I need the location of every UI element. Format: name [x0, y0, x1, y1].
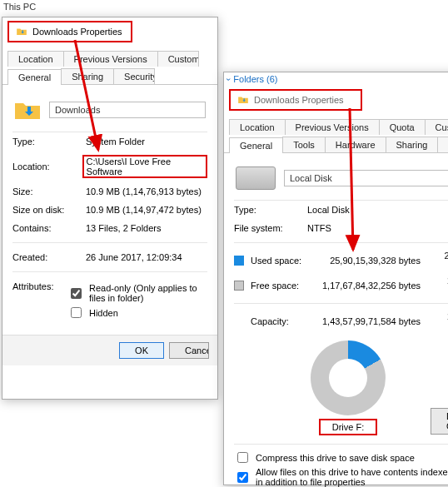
cancel-button[interactable]: Cancel [169, 342, 209, 359]
button-row-back: OK Cancel [2, 335, 217, 365]
download-folder-icon [237, 94, 249, 106]
label-location: Location: [12, 162, 82, 171]
disk-icon [236, 166, 276, 190]
checkbox-readonly-label: Read-only (Only applies to files in fold… [89, 283, 207, 303]
tab-previous-versions[interactable]: Previous Versions [285, 119, 380, 135]
tab-panel-general-front: Type:Local Disk File system:NTFS Used sp… [224, 153, 448, 487]
label-size: Size: [12, 186, 86, 196]
value-free-gb: 109 GB [427, 276, 448, 296]
tab-previous-versions[interactable]: Previous Versions [63, 51, 158, 67]
value-capacity-bytes: 1,43,57,99,71,584 bytes [317, 316, 421, 326]
downloads-properties-dialog-back: Downloads Properties Location Previous V… [2, 17, 218, 400]
label-size-on-disk: Size on disk: [12, 205, 86, 215]
value-type: Local Disk [307, 205, 350, 215]
checkbox-compress-label: Compress this drive to save disk space [256, 453, 415, 463]
value-created: 26 June 2017, 12:09:34 [86, 252, 182, 262]
ok-button[interactable]: OK [119, 342, 164, 359]
tab-security[interactable]: Security [437, 137, 448, 152]
value-size: 10.9 MB (1,14,76,913 bytes) [86, 186, 202, 196]
download-folder-icon [16, 26, 27, 37]
tab-location[interactable]: Location [7, 51, 64, 67]
tab-customize[interactable]: Customize [157, 51, 199, 67]
label-capacity: Capacity: [251, 316, 311, 326]
tab-security[interactable]: Security [113, 68, 155, 84]
tab-location[interactable]: Location [229, 119, 286, 135]
used-swatch-icon [234, 256, 244, 266]
folder-name-field[interactable]: Downloads [49, 102, 206, 118]
value-filesystem: NTFS [307, 223, 331, 233]
label-filesystem: File system: [234, 223, 307, 233]
tabs-front: Location Previous Versions Quota Customi… [224, 114, 448, 153]
chevron-down-icon: › [224, 77, 233, 80]
breadcrumb: This PC [3, 2, 36, 12]
volume-name-field[interactable] [284, 170, 448, 186]
value-location: C:\Users\I Love Free Software [82, 155, 207, 178]
checkbox-compress[interactable]: Compress this drive to save disk space [234, 450, 448, 465]
tab-hardware[interactable]: Hardware [325, 137, 386, 152]
free-space-row: Free space: 1,17,67,84,32,256 bytes 109 … [234, 273, 448, 298]
used-space-row: Used space: 25,90,15,39,328 bytes 24.1 G… [234, 248, 448, 273]
value-capacity-gb: 133 GB [427, 311, 448, 331]
checkbox-index-label: Allow files on this drive to have conten… [256, 467, 448, 487]
folder-download-icon [14, 98, 41, 122]
folders-header-text: Folders (6) [233, 74, 277, 84]
label-contains: Contains: [12, 223, 86, 233]
tab-customize[interactable]: Customize [425, 119, 448, 135]
label-type: Type: [12, 137, 86, 147]
disk-cleanup-button[interactable]: Disk Cleanup [431, 408, 448, 435]
drive-label: Drive F: [319, 419, 378, 435]
titlebar-text-front: Downloads Properties [254, 95, 344, 105]
tab-tools[interactable]: Tools [282, 137, 326, 152]
free-swatch-icon [234, 281, 244, 291]
checkbox-hidden-label: Hidden [89, 308, 118, 318]
titlebar-back: Downloads Properties [7, 21, 132, 42]
tab-general[interactable]: General [7, 69, 62, 85]
label-type: Type: [234, 205, 307, 215]
tab-sharing[interactable]: Sharing [386, 137, 439, 152]
value-contains: 13 Files, 2 Folders [86, 223, 161, 233]
value-size-on-disk: 10.9 MB (1,14,97,472 bytes) [86, 205, 202, 215]
checkbox-hidden[interactable]: Hidden [67, 305, 207, 321]
value-used-gb: 24.1 GB [427, 251, 448, 271]
titlebar-front: Downloads Properties [229, 89, 362, 111]
label-created: Created: [12, 252, 86, 262]
tabs-back: Location Previous Versions Customize Gen… [2, 46, 217, 85]
tab-panel-general-back: Downloads Type:System Folder Location:C:… [2, 85, 217, 335]
label-free: Free space: [251, 281, 311, 291]
tab-sharing[interactable]: Sharing [61, 68, 114, 84]
capacity-row: Capacity: 1,43,57,99,71,584 bytes 133 GB [234, 309, 448, 334]
downloads-properties-dialog-front: › Folders (6) Downloads Properties Locat… [223, 72, 448, 485]
label-attributes: Attributes: [12, 281, 67, 291]
value-type: System Folder [86, 137, 145, 147]
tab-quota[interactable]: Quota [379, 119, 426, 135]
titlebar-text: Downloads Properties [32, 27, 122, 37]
value-used-bytes: 25,90,15,39,328 bytes [317, 256, 421, 266]
disk-usage-pie [311, 340, 386, 415]
folders-header[interactable]: › Folders (6) [224, 72, 448, 86]
value-free-bytes: 1,17,67,84,32,256 bytes [317, 281, 421, 291]
tab-general[interactable]: General [229, 137, 283, 153]
checkbox-index[interactable]: Allow files on this drive to have conten… [234, 467, 448, 487]
checkbox-readonly[interactable]: Read-only (Only applies to files in fold… [67, 283, 207, 303]
label-used: Used space: [251, 256, 311, 266]
